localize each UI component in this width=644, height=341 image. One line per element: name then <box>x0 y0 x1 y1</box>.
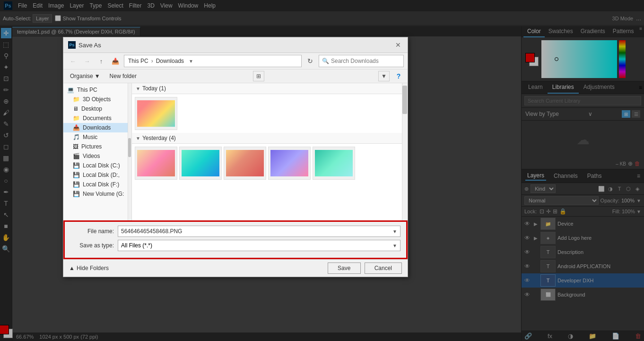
this-pc-label: This PC <box>77 87 97 93</box>
sidebar-item-desktop[interactable]: 🖥 Desktop <box>63 104 131 114</box>
nav-refresh-button[interactable]: ↻ <box>305 56 316 66</box>
view-arrow-button[interactable]: ▼ <box>378 71 390 81</box>
dialog-title-left: Ps Save As <box>68 41 101 49</box>
file-preview-y5 <box>315 150 353 176</box>
files-scrollbar-thumb[interactable] <box>402 86 407 114</box>
breadcrumb-area: This PC › Downloads ▼ <box>124 55 302 67</box>
sidebar-scroll-thumb[interactable] <box>128 138 131 157</box>
nav-downloads-folder-icon[interactable]: 📥 <box>110 56 121 66</box>
breadcrumb-downloads[interactable]: Downloads <box>156 58 184 64</box>
sidebar-scroll-track <box>128 83 131 220</box>
file-thumb-y2[interactable] <box>179 147 222 180</box>
dialog-ps-icon: Ps <box>68 41 76 49</box>
breadcrumb-thispc[interactable]: This PC <box>128 58 148 64</box>
yesterday-group-label: Yesterday (4) <box>142 135 176 141</box>
filename-input[interactable]: 564646465458468.PNG ▼ <box>118 226 400 237</box>
file-preview-y2 <box>182 150 219 176</box>
music-label: Music <box>83 134 97 140</box>
today-files-grid <box>132 94 408 133</box>
sidebar-item-this-pc[interactable]: 💻 This PC <box>63 85 131 95</box>
file-preview-today-1 <box>137 100 175 127</box>
file-thumb-y1[interactable] <box>135 147 177 180</box>
new-folder-button[interactable]: New folder <box>107 72 139 80</box>
search-input[interactable] <box>331 58 392 64</box>
new-volume-icon: 💾 <box>73 191 80 197</box>
file-preview-y1 <box>137 150 175 176</box>
save-as-dialog: Ps Save As ✕ ← → ↑ 📥 This PC › Downloads… <box>63 37 408 277</box>
organize-label: Organise <box>70 73 93 79</box>
sidebar-item-downloads[interactable]: 📥 Downloads <box>63 123 131 132</box>
sidebar-item-local-d[interactable]: 💾 Local Disk (D:, <box>63 170 131 180</box>
files-group-today: ▼ Today (1) <box>132 83 408 94</box>
file-thumb-today-1[interactable] <box>135 97 177 130</box>
view-toggle-button[interactable]: ⊞ <box>253 71 264 81</box>
today-group-label: Today (1) <box>142 85 166 92</box>
help-button[interactable]: ? <box>393 71 404 81</box>
files-group-yesterday: ▼ Yesterday (4) <box>132 133 408 144</box>
local-f-label: Local Disk (F:) <box>83 181 119 188</box>
dialog-files-area: ▼ Today (1) ▼ Yesterday (4) <box>132 83 408 220</box>
downloads-label: Downloads <box>83 124 111 131</box>
sidebar-item-videos[interactable]: 🎬 Videos <box>63 151 131 161</box>
filename-row: File name: 564646465458468.PNG ▼ <box>70 226 400 237</box>
filetype-value: All Files (*.*) <box>121 242 152 249</box>
filename-value: 564646465458468.PNG <box>121 228 182 235</box>
downloads-icon: 📥 <box>73 124 80 131</box>
breadcrumb-expand-arrow[interactable]: ▼ <box>189 59 193 64</box>
local-c-icon: 💾 <box>73 162 80 169</box>
cancel-button[interactable]: Cancel <box>365 262 402 274</box>
nav-back-button[interactable]: ← <box>67 56 78 66</box>
dialog-nav: ← → ↑ 📥 This PC › Downloads ▼ ↻ 🔍 <box>63 53 408 70</box>
filetype-select[interactable]: All Files (*.*) ▼ <box>118 240 400 251</box>
files-scrollbar[interactable] <box>402 83 408 220</box>
3d-objects-icon: 📁 <box>73 96 80 103</box>
breadcrumb-sep: › <box>151 58 153 64</box>
hide-folders-button[interactable]: ▲ Hide Folders <box>69 265 109 271</box>
yesterday-group-collapse[interactable]: ▼ <box>136 136 140 141</box>
nav-forward-button[interactable]: → <box>81 56 93 66</box>
dialog-form: File name: 564646465458468.PNG ▼ Save as… <box>63 220 408 259</box>
organize-button[interactable]: Organise ▼ <box>67 72 103 80</box>
documents-label: Documents <box>83 115 112 122</box>
desktop-label: Desktop <box>81 105 102 112</box>
hide-folders-label: Hide Folders <box>77 265 109 271</box>
3d-objects-label: 3D Objects <box>83 96 111 103</box>
desktop-icon: 🖥 <box>73 105 78 112</box>
dialog-toolbar: Organise ▼ New folder ⊞ ▼ ? <box>63 70 408 83</box>
sidebar-item-3d-objects[interactable]: 📁 3D Objects <box>63 95 131 104</box>
documents-icon: 📁 <box>73 115 80 122</box>
filetype-label: Save as type: <box>70 242 118 249</box>
local-d-icon: 💾 <box>73 172 80 178</box>
yesterday-files-grid <box>132 144 408 183</box>
save-button[interactable]: Save <box>328 262 361 274</box>
nav-up-button[interactable]: ↑ <box>96 56 107 66</box>
filetype-dropdown-arrow[interactable]: ▼ <box>392 243 397 248</box>
file-thumb-y3[interactable] <box>224 147 266 180</box>
sidebar-item-pictures[interactable]: 🖼 Pictures <box>63 142 131 151</box>
sidebar-item-new-volume[interactable]: 💾 New Volume (G: <box>63 189 131 199</box>
file-thumb-y5[interactable] <box>313 147 355 180</box>
sidebar-item-documents[interactable]: 📁 Documents <box>63 114 131 123</box>
filename-label: File name: <box>70 228 118 235</box>
dialog-content: 💻 This PC 📁 3D Objects 🖥 Desktop 📁 Docum… <box>63 83 408 220</box>
dialog-close-button[interactable]: ✕ <box>393 40 403 50</box>
sidebar-item-music[interactable]: 🎵 Music <box>63 132 131 142</box>
local-d-label: Local Disk (D:, <box>83 172 120 178</box>
sidebar-item-local-c[interactable]: 💾 Local Disk (C:) <box>63 161 131 170</box>
file-thumb-y4[interactable] <box>268 147 311 180</box>
music-icon: 🎵 <box>73 134 80 140</box>
sidebar-item-local-f[interactable]: 💾 Local Disk (F:) <box>63 180 131 189</box>
this-pc-icon: 💻 <box>67 87 74 93</box>
dialog-titlebar: Ps Save As ✕ <box>63 37 408 53</box>
organize-arrow: ▼ <box>95 73 100 79</box>
file-preview-y4 <box>270 150 308 176</box>
file-preview-y3 <box>226 150 264 176</box>
pictures-icon: 🖼 <box>73 143 78 150</box>
hide-arrow-icon: ▲ <box>69 265 75 271</box>
filename-dropdown-arrow[interactable]: ▼ <box>392 229 397 234</box>
pictures-label: Pictures <box>81 143 102 150</box>
videos-icon: 🎬 <box>73 153 80 159</box>
today-group-collapse[interactable]: ▼ <box>136 86 140 91</box>
dialog-sidebar: 💻 This PC 📁 3D Objects 🖥 Desktop 📁 Docum… <box>63 83 132 220</box>
dialog-title-text: Save As <box>78 42 101 49</box>
